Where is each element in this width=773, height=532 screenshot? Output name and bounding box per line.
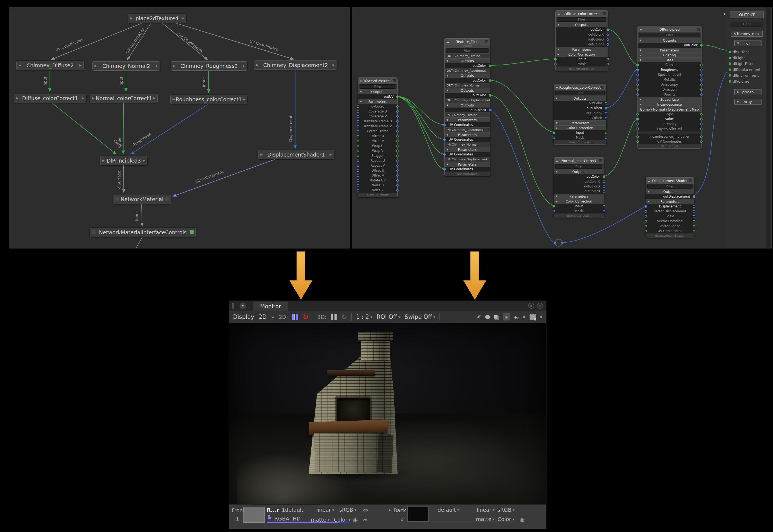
- node-row[interactable]: Specular Level: [638, 72, 701, 77]
- node-state-box-icon[interactable]: [689, 179, 692, 182]
- port-dot-left[interactable]: [729, 80, 731, 83]
- node-row[interactable]: dlColorCorrection: [554, 213, 604, 218]
- port-dot-left[interactable]: [357, 105, 359, 108]
- port-dot-left[interactable]: [729, 74, 731, 77]
- node-row[interactable]: place2dTexture: [358, 193, 397, 197]
- node-row[interactable]: Anisotropy: [638, 82, 701, 87]
- node-row[interactable]: Direction: [638, 87, 701, 92]
- output-row[interactable]: dlDisplacement: [727, 67, 766, 73]
- node-row[interactable]: incandescence_multiplier: [638, 134, 701, 139]
- node-row[interactable]: outColor: [554, 174, 604, 179]
- port-dot-left[interactable]: [357, 145, 359, 147]
- graph-node[interactable]: Chimney_Displacement2: [254, 60, 337, 70]
- render-name[interactable]: R...r: [267, 507, 279, 513]
- output-row[interactable]: dlLight: [727, 55, 766, 61]
- node-header[interactable]: ≡ Roughness_colorCorrect: [554, 84, 606, 90]
- node-displacementshader[interactable]: ≡ DisplacementShader Filter Outputs: [646, 177, 694, 238]
- port-dot-right[interactable]: [700, 74, 703, 76]
- port-dot-left[interactable]: [357, 125, 359, 128]
- node-row[interactable]: Color Correction: [554, 125, 606, 130]
- port-dot-right[interactable]: [700, 79, 703, 81]
- node-row[interactable]: Outputs: [638, 38, 701, 43]
- node-row[interactable]: Filter: [638, 32, 701, 38]
- port-dot-left[interactable]: [636, 135, 639, 138]
- node-row[interactable]: UV Coordinates: [445, 137, 490, 142]
- graph-node[interactable]: Chimney_Normal2: [92, 61, 160, 71]
- node-header[interactable]: ≡ Texture_Files: [445, 39, 490, 45]
- duplicate-icon[interactable]: [494, 315, 498, 319]
- node-row[interactable]: Opacity: [638, 92, 701, 97]
- port-dot-right[interactable]: [396, 189, 399, 192]
- port-dot-left[interactable]: [357, 155, 359, 157]
- eyedropper-icon[interactable]: ✎: [477, 314, 481, 320]
- node-header[interactable]: ≡ Normal_colorCorrect: [554, 158, 604, 164]
- port-dot-right[interactable]: [396, 150, 399, 152]
- port-dot-right[interactable]: [700, 83, 703, 86]
- node-row[interactable]: outColorB: [556, 42, 608, 47]
- node-row[interactable]: Outputs: [445, 73, 490, 78]
- render-update-back-icon[interactable]: ◉: [520, 517, 524, 523]
- menu-icon[interactable]: ≡: [648, 179, 651, 183]
- port-dot-right[interactable]: [700, 88, 703, 91]
- port-dot-right[interactable]: [489, 94, 491, 97]
- port-dot-left[interactable]: [636, 113, 639, 115]
- port-dot-left[interactable]: [636, 74, 639, 76]
- port-dot-right[interactable]: [700, 113, 703, 115]
- port-dot-right[interactable]: [693, 230, 695, 232]
- port-dot-left[interactable]: [357, 164, 359, 167]
- node-normal-colorcorrect[interactable]: ≡ Normal_colorCorrect Filter Outputs: [554, 157, 604, 218]
- port-dot-left[interactable]: [645, 210, 647, 213]
- port-dot-left[interactable]: [645, 215, 647, 218]
- node-row[interactable]: Color Correction: [556, 52, 608, 57]
- node-row[interactable]: Outputs: [358, 89, 397, 94]
- node-row[interactable]: OUT: Chimney_Displacement: [445, 98, 490, 103]
- port-dot-right[interactable]: [489, 79, 491, 82]
- port-dot-right[interactable]: [396, 140, 399, 142]
- port-dot-left[interactable]: [357, 184, 359, 187]
- node-row[interactable]: Rotate Frame: [358, 129, 397, 134]
- port-dot-left[interactable]: [553, 210, 555, 212]
- port-dot-left[interactable]: [553, 132, 555, 134]
- node-row[interactable]: Mask: [554, 135, 606, 140]
- port-dot-left[interactable]: [357, 160, 359, 162]
- refresh-2d-icon[interactable]: ↻: [302, 314, 308, 320]
- node-place2dtexture1[interactable]: ≡ place2dTexture1 Filter Outputs: [358, 77, 398, 197]
- port-dot-left[interactable]: [357, 110, 359, 113]
- swap-front-back-icon[interactable]: ⇔: [363, 506, 368, 514]
- node-row[interactable]: Wrap V: [358, 148, 397, 153]
- node-row[interactable]: OUT: Chimney_Roughness: [445, 68, 490, 73]
- port-dot-right[interactable]: [489, 109, 491, 111]
- node-row[interactable]: dlPrincipled: [638, 144, 701, 148]
- port-dot-right[interactable]: [605, 112, 607, 114]
- port-dot-right[interactable]: [700, 140, 703, 143]
- node-state-box-icon[interactable]: [601, 86, 604, 89]
- output-row[interactable]: dlEnvironment: [727, 73, 766, 79]
- node-row[interactable]: Filter: [554, 90, 606, 96]
- port-dot-right[interactable]: [396, 179, 399, 182]
- port-dot-right[interactable]: [603, 205, 605, 207]
- port-dot-right[interactable]: [700, 44, 703, 47]
- render-pass[interactable]: 1default: [282, 507, 303, 513]
- port-dot-right[interactable]: [693, 215, 695, 218]
- port-dot-right[interactable]: [693, 205, 695, 208]
- node-row[interactable]: Scale: [646, 214, 694, 219]
- menu-icon[interactable]: ≡: [639, 27, 642, 31]
- node-row[interactable]: outColorG: [556, 37, 608, 42]
- port-dot-left[interactable]: [729, 51, 731, 53]
- output-row[interactable]: Filter: [727, 22, 766, 27]
- port-dot-right[interactable]: [605, 107, 607, 109]
- port-dot-right[interactable]: [605, 137, 607, 139]
- port-dot-left[interactable]: [636, 118, 639, 120]
- port-dot-left[interactable]: [553, 205, 555, 207]
- port-dot-right[interactable]: [489, 65, 491, 67]
- port-dot-left[interactable]: [554, 63, 557, 65]
- node-row[interactable]: ShadingGroup: [445, 172, 490, 176]
- node-row[interactable]: Outputs: [445, 88, 490, 93]
- port-dot-right[interactable]: [607, 58, 609, 60]
- node-row[interactable]: Parameters: [556, 47, 608, 52]
- port-dot-left[interactable]: [357, 120, 359, 123]
- menu-icon[interactable]: ≡: [557, 12, 560, 16]
- compare-icon[interactable]: ◆◇: [514, 315, 518, 319]
- back-preset-dropdown[interactable]: default: [438, 507, 459, 513]
- menu-icon[interactable]: ≡: [556, 85, 559, 89]
